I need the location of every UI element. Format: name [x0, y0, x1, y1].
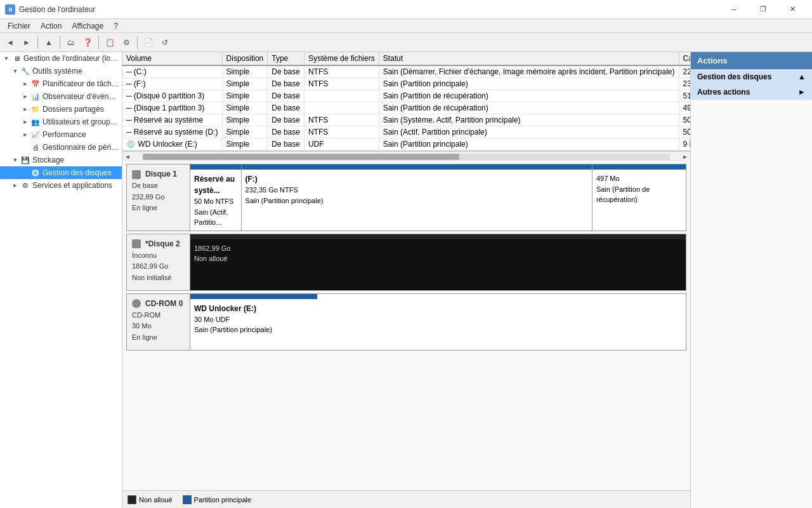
col-volume[interactable]: Volume: [122, 52, 222, 65]
toolbar-separator-3: [98, 36, 99, 49]
legend-label-primary: Partition principale: [194, 496, 252, 504]
sidebar-item-observateur[interactable]: ► 📊 Observateur d'événe...: [0, 90, 122, 103]
event-icon: 📊: [30, 91, 41, 102]
folder-icon: 📁: [30, 104, 41, 114]
col-filesystem[interactable]: Système de fichiers: [304, 52, 379, 65]
cdrom0-part1[interactable]: WD Unlocker (E:) 30 Mo UDF Sain (Partiti…: [190, 294, 317, 350]
cell-status: Sain (Système, Actif, Partition principa…: [379, 114, 679, 126]
sidebar-item-gestionnaire[interactable]: 🖨 Gestionnaire de périphé...: [0, 141, 122, 154]
disk1-part1[interactable]: Réservé au systè... 50 Mo NTFS Sain (Act…: [190, 164, 242, 231]
cell-fs: NTFS: [304, 126, 379, 138]
sidebar-item-performance[interactable]: ► 📈 Performance: [0, 128, 122, 141]
disk1-part1-content: Réservé au systè... 50 Mo NTFS Sain (Act…: [194, 173, 237, 228]
maximize-button[interactable]: ❐: [749, 0, 778, 19]
cell-disposition: Simple: [222, 114, 268, 126]
sidebar: ▼ 🖥 Gestion de l'ordinateur (local) ▼ 🔧 …: [0, 52, 122, 508]
disk1-part2-size: 232,35 Go NTFS: [246, 185, 588, 196]
up-button[interactable]: ▲: [41, 36, 56, 50]
sidebar-label-gestion-disques: Gestion des disques: [43, 168, 112, 177]
sidebar-item-planificateur[interactable]: ► 📅 Planificateur de tâches: [0, 77, 122, 90]
table-row[interactable]: ─ (C:) Simple De base NTFS Sain (Démarre…: [122, 65, 690, 78]
forward-button[interactable]: ►: [19, 36, 34, 50]
cell-type: De base: [268, 78, 304, 90]
sidebar-item-services[interactable]: ► ⚙ Services et applications: [0, 179, 122, 192]
export-button[interactable]: 📄: [141, 36, 156, 50]
col-type[interactable]: Type: [268, 52, 304, 65]
disk1-size: 232,89 Go: [132, 192, 185, 203]
new-window-button[interactable]: 📋: [102, 36, 117, 50]
expander-root: ▼: [1, 55, 11, 62]
cell-fs: NTFS: [304, 65, 379, 78]
table-row[interactable]: ─ Réservé au système Simple De base NTFS…: [122, 114, 690, 126]
disk-panel-disk1: Disque 1 De base 232,89 Go En ligne Rése…: [126, 164, 686, 231]
cell-capacity: 232,35: [679, 78, 690, 90]
sidebar-label-gestionnaire: Gestionnaire de périphé...: [43, 143, 119, 152]
toolbar-separator-2: [60, 36, 60, 49]
cell-capacity: 50 Mo: [679, 114, 690, 126]
sidebar-item-utilisateurs[interactable]: ► 👥 Utilisateurs et groupes l...: [0, 116, 122, 128]
menu-help[interactable]: ?: [108, 20, 123, 32]
action-section-autres[interactable]: Autres actions ►: [691, 84, 812, 100]
autres-arrow-icon: ►: [798, 88, 806, 97]
close-button[interactable]: ✕: [778, 0, 807, 19]
table-row[interactable]: 💿 WD Unlocker (E:) Simple De base UDF Sa…: [122, 138, 690, 150]
disk-area: Disque 1 De base 232,89 Go En ligne Rése…: [122, 161, 690, 490]
col-status[interactable]: Statut: [379, 52, 679, 65]
expander-gestionnaire: [20, 144, 30, 150]
disk1-part1-size: 50 Mo NTFS: [194, 196, 237, 207]
sidebar-item-gestion-disques[interactable]: 💿 Gestion des disques: [0, 166, 122, 179]
properties-button[interactable]: ⚙: [119, 36, 134, 50]
sidebar-label-services: Services et applications: [32, 181, 112, 190]
cell-type: De base: [268, 102, 304, 114]
menu-fichier[interactable]: Fichier: [3, 20, 36, 32]
scroll-right-arrow[interactable]: ►: [680, 152, 690, 162]
show-hide-button[interactable]: 🗂: [63, 36, 79, 50]
cell-disposition: Simple: [222, 90, 268, 102]
cell-volume: ─ Réservé au système (D:): [122, 126, 222, 138]
cdrom0-status: En ligne: [132, 332, 185, 344]
sidebar-item-root[interactable]: ▼ 🖥 Gestion de l'ordinateur (local): [0, 52, 122, 65]
sidebar-item-outils[interactable]: ▼ 🔧 Outils système: [0, 65, 122, 77]
cell-status: Sain (Partition principale): [379, 78, 679, 90]
cell-status: Sain (Partition principale): [379, 138, 679, 150]
disk-mgmt-icon: 💿: [30, 168, 41, 178]
table-row[interactable]: ─ (F:) Simple De base NTFS Sain (Partiti…: [122, 78, 690, 90]
cell-volume: ─ Réservé au système: [122, 114, 222, 126]
menu-action[interactable]: Action: [36, 20, 67, 32]
disk1-part3[interactable]: 497 Mo Sain (Partition de récupération): [593, 164, 686, 231]
sidebar-item-stockage[interactable]: ▼ 💾 Stockage: [0, 154, 122, 166]
actions-panel: Actions Gestion des disques ▲ Autres act…: [690, 52, 812, 508]
cell-status: Sain (Partition de récupération): [379, 90, 679, 102]
device-icon: 🖨: [30, 142, 41, 152]
scroll-left-arrow[interactable]: ◄: [122, 152, 133, 162]
back-button[interactable]: ◄: [3, 36, 18, 50]
refresh-button[interactable]: ↺: [157, 36, 173, 50]
cell-disposition: Simple: [222, 126, 268, 138]
col-disposition[interactable]: Disposition: [222, 52, 268, 65]
table-row[interactable]: ─ (Disque 1 partition 3) Simple De base …: [122, 102, 690, 114]
cell-fs: UDF: [304, 138, 379, 150]
disk-panel-disk2: *Disque 2 Inconnu 1862,99 Go Non initial…: [126, 234, 686, 291]
cell-fs: [304, 90, 379, 102]
table-row[interactable]: ─ (Disque 0 partition 3) Simple De base …: [122, 90, 690, 102]
disk2-part1[interactable]: 1862,99 Go Non alloué: [190, 234, 686, 290]
sidebar-item-dossiers[interactable]: ► 📁 Dossiers partagés: [0, 103, 122, 116]
menu-affichage[interactable]: Affichage: [67, 20, 108, 32]
disk2-part1-content: 1862,99 Go Non alloué: [194, 243, 682, 264]
action-section-gestion[interactable]: Gestion des disques ▲: [691, 69, 812, 84]
disk1-part1-status: Sain (Actif, Partitio...: [194, 207, 237, 228]
disk1-part2[interactable]: (F:) 232,35 Go NTFS Sain (Partition prin…: [242, 164, 593, 231]
table-scrollbar-h[interactable]: ◄ ►: [122, 151, 690, 161]
cdrom0-label: CD-ROM 0: [145, 298, 183, 310]
legend-box-dark: [128, 495, 136, 504]
table-row[interactable]: ─ Réservé au système (D:) Simple De base…: [122, 126, 690, 138]
cdrom0-size: 30 Mo: [132, 321, 185, 332]
cdrom0-part1-status: Sain (Partition principale): [194, 324, 313, 335]
scroll-thumb-h[interactable]: [143, 154, 459, 160]
disk2-label: *Disque 2: [145, 238, 180, 250]
window-title: Gestion de l'ordinateur: [19, 5, 95, 14]
action-section-autres-label: Autres actions: [697, 88, 750, 97]
minimize-button[interactable]: ─: [719, 0, 749, 19]
col-capacity[interactable]: Capac...: [679, 52, 690, 65]
help-button[interactable]: ❓: [80, 36, 95, 50]
